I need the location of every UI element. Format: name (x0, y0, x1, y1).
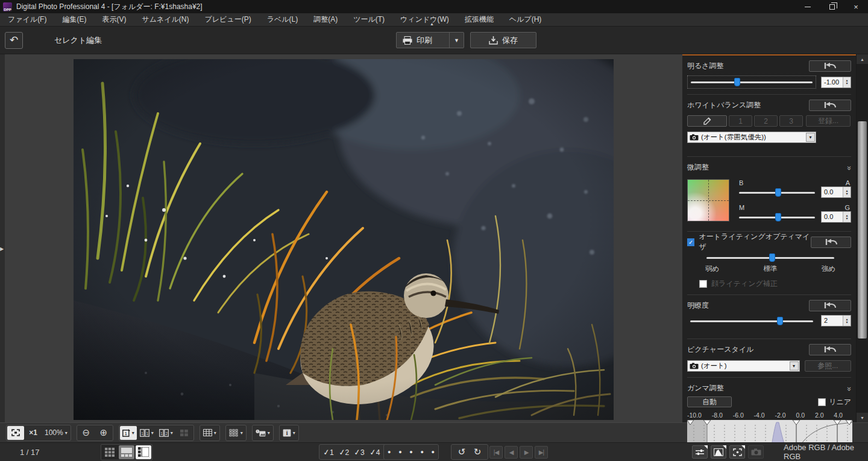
rotate-right-button[interactable]: ↻ (471, 447, 484, 457)
zoom-in-button[interactable]: ⊕ (95, 426, 112, 440)
ba-slider-thumb[interactable] (775, 188, 781, 197)
photo-preview[interactable] (74, 59, 614, 420)
brightness-spinbox[interactable]: -1.00 ▴▾ (821, 77, 851, 88)
rotate-left-button[interactable]: ↺ (455, 447, 468, 457)
linear-checkbox[interactable] (818, 398, 826, 406)
rating-dot-3[interactable]: ● (409, 449, 412, 455)
checkmark-1-button[interactable]: ✓1 (323, 448, 334, 457)
wb-dropdown-icon[interactable]: ▾ (806, 133, 815, 142)
clarity-slider-thumb[interactable] (777, 317, 783, 325)
toolbar-collapse-icon[interactable]: ▲ (430, 22, 434, 26)
scrollbar-thumb[interactable] (858, 121, 867, 339)
pixel-count-button[interactable]: ▾ (227, 426, 245, 440)
menu-label[interactable]: ラベル(L) (259, 13, 306, 26)
left-expand-icon[interactable]: ▶ (0, 246, 4, 252)
menu-file[interactable]: ファイル(F) (0, 13, 54, 26)
save-button[interactable]: 保存 (470, 32, 536, 48)
wb-preset-1-button[interactable]: 1 (729, 115, 752, 127)
wb-register-button[interactable]: 登録... (806, 115, 851, 127)
spin-down-icon[interactable]: ▾ (846, 82, 848, 85)
horizontal-split-view-button[interactable] (119, 445, 134, 459)
picture-style-browse-button[interactable]: 参照... (805, 360, 851, 372)
alo-slider[interactable] (705, 253, 835, 262)
vertical-split-view-button[interactable] (136, 445, 151, 459)
grid-overlay-button[interactable]: ▾ (201, 426, 219, 440)
face-lighting-checkbox[interactable] (699, 280, 707, 288)
zoom-1to1-button[interactable]: ×1 (25, 426, 42, 440)
ba-slider[interactable] (738, 188, 816, 197)
color-tune-grid[interactable] (687, 179, 729, 221)
wb-preset-3-button[interactable]: 3 (779, 115, 803, 127)
spin-down-icon[interactable]: ▾ (846, 192, 848, 196)
tool-palette-toggle-button[interactable] (692, 445, 708, 459)
minimize-button[interactable] (796, 0, 820, 13)
scroll-up-button[interactable]: ▲ (857, 54, 868, 64)
rating-dot-1[interactable]: ● (388, 449, 391, 455)
checkmark-2-button[interactable]: ✓2 (339, 448, 350, 457)
scroll-down-button[interactable]: ▼ (857, 413, 868, 422)
navigator-palette-toggle-button[interactable] (729, 445, 745, 459)
brightness-slider[interactable] (690, 77, 814, 87)
picture-style-select[interactable]: (オート) ▾ (687, 360, 800, 372)
thumbnail-grid-view-button[interactable] (102, 445, 118, 459)
wb-select[interactable]: (オート(雰囲気優先)) ▾ (687, 132, 816, 143)
close-button[interactable]: × (844, 0, 868, 13)
print-dropdown[interactable]: ▼ (449, 33, 464, 48)
mg-slider-thumb[interactable] (775, 213, 781, 221)
wb-preset-2-button[interactable]: 2 (754, 115, 778, 127)
collapse-section-icon[interactable]: » (845, 386, 854, 389)
wb-eyedropper-button[interactable] (687, 115, 727, 127)
fit-to-window-button[interactable] (7, 426, 24, 440)
mg-spinbox[interactable]: 0.0 ▴▾ (821, 211, 851, 223)
menu-tools[interactable]: ツール(T) (345, 13, 392, 26)
checkmark-3-button[interactable]: ✓3 (354, 448, 365, 457)
brightness-slider-thumb[interactable] (734, 78, 740, 86)
rating-dot-4[interactable]: ● (420, 449, 423, 455)
gamma-auto-button[interactable]: 自動 (687, 396, 732, 407)
picture-style-dropdown-icon[interactable]: ▾ (790, 361, 799, 370)
histogram-palette-toggle-button[interactable] (711, 445, 726, 459)
spin-down-icon[interactable]: ▾ (846, 321, 848, 324)
collapse-section-icon[interactable]: » (845, 165, 854, 168)
clarity-reset-button[interactable] (809, 300, 851, 311)
single-view-button[interactable]: 1 ▾ (120, 426, 137, 440)
next-image-button[interactable]: ▶ (520, 446, 533, 459)
info-button[interactable]: i ▾ (280, 426, 298, 440)
multi-view-button[interactable] (176, 426, 193, 440)
previous-image-button[interactable]: ◀ (505, 446, 518, 459)
ba-spinbox[interactable]: 0.0 ▴▾ (821, 186, 851, 198)
compare-1-1-view-button[interactable]: 1 1 ▾ (137, 426, 156, 440)
menu-help[interactable]: ヘルプ(H) (502, 13, 550, 26)
clarity-slider[interactable] (689, 316, 814, 326)
back-button[interactable]: ↶ (5, 32, 23, 49)
first-image-button[interactable]: |◀ (489, 446, 503, 459)
rating-dot-2[interactable]: ● (398, 449, 401, 455)
brightness-reset-button[interactable] (809, 60, 851, 72)
clarity-spinbox[interactable]: 2 ▴▾ (821, 315, 851, 326)
menu-extensions[interactable]: 拡張機能 (457, 13, 502, 26)
picture-style-reset-button[interactable] (809, 344, 851, 355)
zoom-level-dropdown[interactable]: 100%▾ (42, 426, 70, 440)
mg-slider[interactable] (738, 212, 816, 222)
menu-view[interactable]: 表示(V) (94, 13, 134, 26)
zoom-out-button[interactable]: ⊖ (78, 426, 95, 440)
menu-window[interactable]: ウィンドウ(W) (392, 13, 457, 26)
last-image-button[interactable]: ▶| (535, 446, 548, 459)
print-button[interactable]: 印刷 ▼ (396, 32, 464, 48)
wb-reset-button[interactable] (809, 100, 851, 111)
menu-preview[interactable]: プレビュー(P) (197, 13, 259, 26)
compare-1-2-view-button[interactable]: 1 2 ▾ (157, 426, 175, 440)
rating-dot-5[interactable]: ● (432, 449, 435, 455)
alo-checkbox[interactable]: ✓ (687, 238, 694, 246)
menu-edit[interactable]: 編集(E) (54, 13, 94, 26)
scrollbar-track[interactable] (857, 64, 868, 413)
spin-down-icon[interactable]: ▾ (846, 217, 848, 220)
palette-scrollbar[interactable]: ▲ ▼ (856, 54, 868, 422)
menu-thumbnail[interactable]: サムネイル(N) (134, 13, 197, 26)
alo-slider-thumb[interactable] (769, 253, 775, 262)
alo-reset-button[interactable] (811, 237, 851, 248)
restore-button[interactable] (820, 0, 844, 13)
camera-control-toggle-button[interactable] (748, 445, 764, 459)
checkmark-4-button[interactable]: ✓4 (370, 448, 380, 457)
menu-adjust[interactable]: 調整(A) (306, 13, 345, 26)
